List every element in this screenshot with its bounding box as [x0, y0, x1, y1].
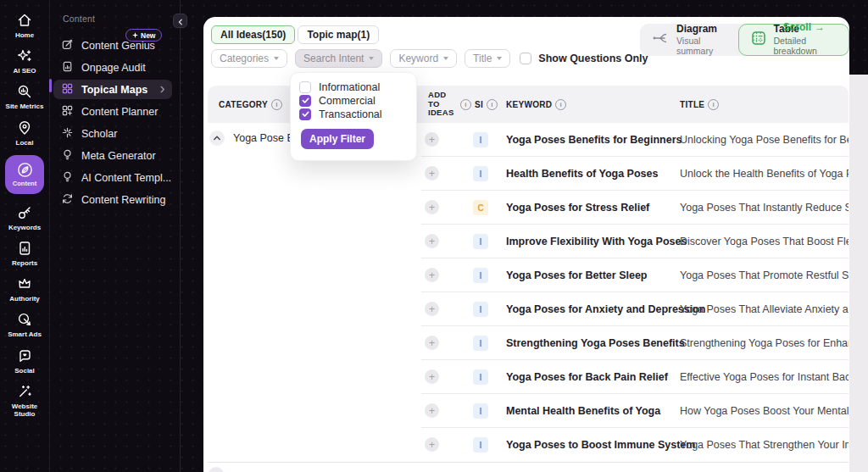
show-questions-checkbox[interactable]	[520, 53, 531, 64]
location-pin-icon	[16, 119, 33, 136]
add-idea-button[interactable]: +	[425, 132, 439, 147]
sidebar-item-content[interactable]: Content	[5, 155, 44, 194]
add-idea-button[interactable]: +	[425, 437, 439, 452]
subnav-item-meta-generator[interactable]: Meta Generator	[53, 146, 172, 165]
add-idea-button[interactable]: +	[425, 268, 439, 282]
cursor-target-icon	[16, 311, 33, 328]
sidebar-item-smart-ads[interactable]: Smart Ads	[8, 311, 42, 338]
table-row: + I Strengthening Yoga Poses Benefits St…	[208, 326, 849, 360]
title-cell: Discover Yoga Poses That Boost Flexibil	[680, 225, 849, 258]
add-idea-button[interactable]: +	[425, 336, 439, 350]
chat-heart-icon	[16, 347, 33, 364]
sidebar-item-site-metrics[interactable]: Site Metrics	[6, 83, 44, 110]
chevron-down-icon	[369, 57, 374, 60]
si-badge: C	[473, 200, 488, 215]
intent-option-transactional[interactable]: Transactional	[299, 108, 406, 120]
column-header-title: TITLE i	[680, 86, 719, 123]
checkbox-unchecked[interactable]	[299, 81, 311, 93]
title-cell: Yoga Poses That Alleviate Anxiety and D	[680, 292, 849, 326]
sidebar-item-authority[interactable]: Authority	[9, 275, 40, 303]
add-idea-button[interactable]: +	[425, 302, 439, 316]
si-badge: I	[473, 302, 488, 317]
apply-filter-button[interactable]: Apply Filter	[301, 129, 374, 149]
table-row: + I Yoga Poses for Back Pain Relief Effe…	[208, 360, 849, 394]
primary-sidebar: Home AI SEO Site Metrics Local Content K…	[0, 0, 49, 472]
table-grid-icon	[750, 30, 767, 50]
search-intent-dropdown: Informational Commercial Transactional A…	[290, 72, 417, 161]
chevron-down-icon	[497, 57, 502, 60]
keyword-cell: Yoga Poses for Back Pain Relief	[506, 360, 668, 394]
subnav-item-content-rewriting[interactable]: Content Rewriting	[53, 190, 172, 209]
keyword-cell: Yoga Poses for Anxiety and Depression	[506, 292, 705, 326]
title-cell: Strengthening Yoga Poses for Enhanced	[680, 326, 849, 360]
title-cell: Unlocking Yoga Pose Benefits for Beginn	[680, 123, 849, 157]
sidebar-item-ai-seo[interactable]: AI SEO	[13, 47, 36, 75]
arrow-right-icon: →	[815, 21, 825, 33]
sidebar-item-social[interactable]: Social	[14, 347, 35, 375]
keyword-filter[interactable]: Keyword	[390, 49, 457, 68]
si-badge: I	[473, 403, 488, 419]
feather-icon	[16, 161, 34, 179]
add-idea-button[interactable]: +	[425, 234, 439, 248]
title-cell: Unlock the Health Benefits of Yoga Pose	[680, 157, 849, 191]
info-icon[interactable]: i	[487, 99, 498, 110]
keyword-cell: Health Benefits of Yoga Poses	[506, 157, 658, 191]
add-idea-button[interactable]: +	[425, 369, 439, 384]
si-badge: I	[473, 369, 488, 385]
report-doc-icon	[16, 240, 33, 257]
subnav-item-scholar[interactable]: Scholar	[53, 124, 172, 143]
add-idea-button[interactable]: +	[425, 166, 439, 180]
categories-filter[interactable]: Categories	[211, 49, 287, 68]
title-cell: Effective Yoga Poses for Instant Back Pa	[680, 360, 849, 394]
lightbulb-icon	[61, 148, 74, 164]
sidebar-item-keywords[interactable]: Keywords	[8, 204, 41, 231]
info-icon[interactable]: i	[555, 99, 566, 110]
burst-icon	[61, 126, 74, 142]
intent-option-informational[interactable]: Informational	[299, 81, 406, 93]
sidebar-item-local[interactable]: Local	[16, 119, 34, 147]
subnav-item-onpage-audit[interactable]: Onpage Audit	[53, 58, 172, 77]
key-icon	[16, 204, 33, 221]
sparkle-icon	[16, 47, 33, 64]
grid-icon	[61, 82, 74, 97]
subnav-item-content-planner[interactable]: Content Planner	[53, 102, 172, 121]
info-icon[interactable]: i	[460, 99, 471, 110]
audit-doc-icon	[61, 60, 74, 75]
show-questions-label: Show Questions Only	[538, 53, 648, 64]
si-badge: I	[473, 234, 488, 249]
add-idea-button[interactable]: +	[425, 200, 439, 214]
collapse-category-button[interactable]	[209, 467, 224, 472]
table-row: + I Mental Health Benefits of Yoga How Y…	[208, 394, 849, 428]
info-icon[interactable]: i	[708, 99, 719, 110]
tab-all-ideas[interactable]: All Ideas(150)	[211, 25, 295, 44]
refresh-icon	[61, 192, 74, 208]
checkbox-checked[interactable]	[299, 95, 311, 107]
search-intent-filter[interactable]: Search Intent	[295, 49, 382, 68]
app-root: Home AI SEO Site Metrics Local Content K…	[0, 0, 868, 472]
table-row: + I Health Benefits of Yoga Poses Unlock…	[208, 157, 849, 191]
table-body: Yoga Pose Be + I Yoga Poses Benefits for…	[208, 123, 849, 462]
subnav-item-topical-maps[interactable]: Topical Maps	[53, 80, 172, 99]
table-row: + I Yoga Poses for Better Sleep Yoga Pos…	[208, 258, 849, 292]
filter-bar: Categories Search Intent Keyword Title S…	[211, 49, 648, 68]
title-cell: Yoga Poses That Instantly Reduce Stres	[680, 191, 849, 225]
main-card: All Ideas(150) Topic map(1) Categories S…	[203, 17, 849, 472]
sidebar-item-website-studio[interactable]: Website Studio	[3, 383, 47, 418]
tab-topic-map[interactable]: Topic map(1)	[298, 25, 379, 44]
add-idea-button[interactable]: +	[425, 403, 439, 418]
info-icon[interactable]: i	[271, 99, 282, 110]
home-icon	[16, 12, 33, 29]
scroll-hint: Scroll →	[783, 21, 825, 33]
checkbox-checked[interactable]	[299, 108, 311, 120]
sidebar-item-home[interactable]: Home	[15, 12, 34, 39]
subnav-item-ai-content-templates[interactable]: AI Content Templ...	[53, 168, 172, 187]
sidebar-item-reports[interactable]: Reports	[12, 240, 37, 267]
intent-option-commercial[interactable]: Commercial	[299, 94, 406, 107]
magic-wand-icon	[16, 383, 33, 400]
table-row: + I Yoga Poses for Anxiety and Depressio…	[208, 292, 849, 326]
title-filter[interactable]: Title	[465, 49, 510, 68]
collapse-sidebar-button[interactable]	[173, 14, 187, 28]
column-header-category: CATEGORY i	[219, 86, 282, 123]
diagram-view-button[interactable]: DiagramVisual summary	[640, 24, 738, 56]
search-chart-icon	[16, 83, 33, 100]
